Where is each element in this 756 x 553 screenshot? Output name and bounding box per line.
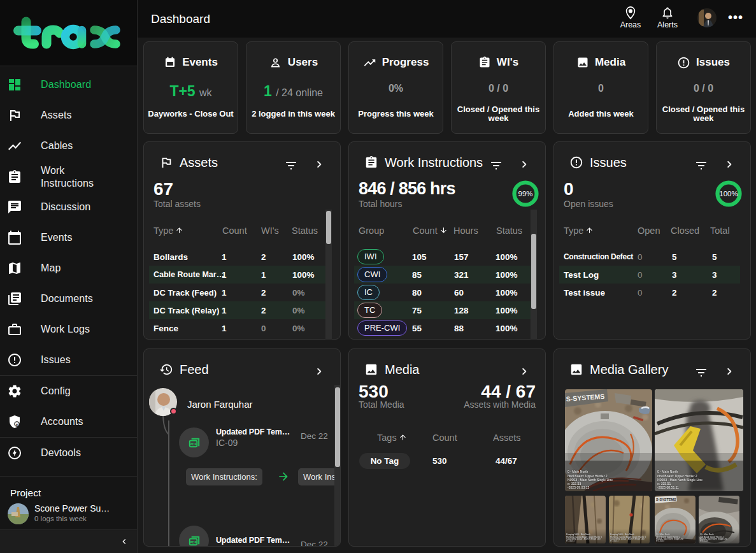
svg-text:e: e [16, 422, 18, 426]
svg-text:S-SYSTEMS: S-SYSTEMS [656, 498, 676, 501]
svg-text:PDF: PDF [190, 442, 197, 446]
svg-text:PDF: PDF [190, 540, 197, 544]
